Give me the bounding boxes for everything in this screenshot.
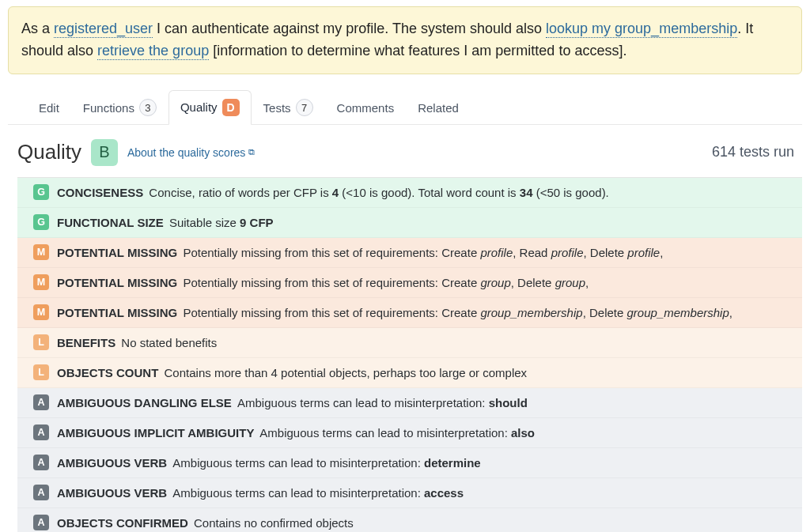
about-link-text: About the quality scores: [127, 146, 245, 159]
tab-quality-grade-badge: D: [222, 99, 240, 116]
tab-edit[interactable]: Edit: [27, 90, 71, 125]
finding-text-segment: 34: [520, 186, 533, 199]
finding-category: AMBIGUOUS IMPLICIT AMBIGUITY: [57, 426, 257, 440]
finding-severity-badge: A: [33, 515, 49, 530]
finding-text-segment: also: [511, 426, 535, 440]
finding-text-segment: , Delete: [583, 246, 627, 259]
story-entity-retrieve-group[interactable]: retrieve the group: [97, 43, 209, 60]
user-story-box: As a registered_user I can authenticate …: [8, 6, 802, 74]
quality-finding-row[interactable]: MPOTENTIAL MISSING Potentially missing f…: [17, 268, 802, 298]
finding-text-segment: Ambiguous terms can lead to misinterpret…: [259, 426, 511, 440]
finding-severity-badge: M: [33, 274, 49, 290]
finding-severity-badge: G: [33, 184, 49, 200]
finding-text-segment: Potentially missing from this set of req…: [183, 276, 480, 289]
tab-functions[interactable]: Functions 3: [71, 90, 168, 125]
finding-text-segment: profile: [551, 246, 584, 259]
finding-text-segment: determine: [424, 456, 481, 470]
quality-finding-row[interactable]: AAMBIGUOUS IMPLICIT AMBIGUITY Ambiguous …: [17, 418, 802, 448]
tab-label: Functions: [83, 101, 134, 115]
finding-text: AMBIGUOUS IMPLICIT AMBIGUITY Ambiguous t…: [57, 424, 794, 441]
finding-category: AMBIGUOUS DANGLING ELSE: [57, 396, 235, 409]
finding-text-segment: profile: [480, 246, 513, 259]
finding-text-segment: , Delete: [583, 306, 627, 319]
finding-text-segment: ,: [729, 306, 732, 319]
finding-text: OBJECTS CONFIRMED Contains no confirmed …: [57, 515, 794, 531]
about-quality-scores-link[interactable]: About the quality scores ⧉: [127, 146, 255, 159]
finding-text-segment: ,: [660, 246, 663, 259]
quality-finding-row[interactable]: LBENEFITS No stated benefits: [17, 328, 802, 358]
finding-severity-badge: A: [33, 424, 49, 440]
story-text: I can authenticate against my profile. T…: [153, 21, 546, 36]
finding-text-segment: ,: [585, 276, 589, 289]
quality-finding-row[interactable]: LOBJECTS COUNT Contains more than 4 pote…: [17, 358, 802, 388]
finding-severity-badge: L: [33, 364, 49, 380]
tab-label: Edit: [39, 101, 59, 115]
finding-text: CONCISENESS Concise, ratio of words per …: [57, 184, 794, 201]
tab-label: Quality: [180, 100, 218, 114]
finding-text-segment: Potentially missing from this set of req…: [183, 246, 480, 259]
finding-text-segment: (<10 is good). Total word count is: [339, 186, 520, 199]
quality-overall-grade: B: [91, 139, 118, 166]
finding-text: FUNCTIONAL SIZE Suitable size 9 CFP: [57, 214, 794, 231]
quality-section-header: Quality B About the quality scores ⧉ 614…: [17, 139, 802, 166]
external-link-icon: ⧉: [248, 147, 255, 157]
finding-text: BENEFITS No stated benefits: [57, 334, 794, 351]
finding-text-segment: Potentially missing from this set of req…: [183, 306, 480, 319]
story-text: As a: [21, 21, 54, 36]
quality-finding-row[interactable]: MPOTENTIAL MISSING Potentially missing f…: [17, 298, 802, 328]
tab-quality[interactable]: Quality D: [168, 90, 252, 125]
finding-text: AMBIGUOUS VERB Ambiguous terms can lead …: [57, 485, 794, 501]
finding-text-segment: 9 CFP: [240, 216, 274, 229]
finding-text-segment: Contains more than 4 potential objects, …: [165, 366, 528, 379]
finding-text-segment: No stated benefits: [121, 336, 217, 349]
tab-label: Related: [418, 101, 459, 115]
quality-finding-row[interactable]: AAMBIGUOUS DANGLING ELSE Ambiguous terms…: [17, 388, 802, 418]
tests-run-count: 614 tests run: [712, 144, 794, 160]
finding-text-segment: access: [424, 486, 464, 500]
finding-text-segment: Ambiguous terms can lead to misinterpret…: [172, 456, 424, 470]
finding-text-segment: Suitable size: [169, 216, 240, 229]
finding-text: AMBIGUOUS DANGLING ELSE Ambiguous terms …: [57, 394, 794, 411]
finding-text: AMBIGUOUS VERB Ambiguous terms can lead …: [57, 455, 794, 471]
finding-text-segment: group: [480, 276, 510, 289]
tab-functions-count: 3: [139, 99, 157, 116]
finding-severity-badge: G: [33, 214, 49, 230]
tab-tests-count: 7: [296, 99, 313, 116]
tab-bar: Edit Functions 3 Quality D Tests 7 Comme…: [8, 90, 802, 125]
quality-finding-row[interactable]: GCONCISENESS Concise, ratio of words per…: [17, 178, 802, 208]
finding-severity-badge: M: [33, 244, 49, 260]
tab-related[interactable]: Related: [406, 90, 471, 125]
story-entity-registered-user[interactable]: registered_user: [54, 21, 153, 38]
finding-text-segment: Concise, ratio of words per CFP is: [149, 186, 331, 199]
quality-finding-row[interactable]: AOBJECTS CONFIRMED Contains no confirmed…: [17, 508, 802, 532]
finding-category: POTENTIAL MISSING: [57, 246, 180, 259]
story-entity-lookup-group-membership[interactable]: lookup my group_membership: [546, 21, 737, 38]
finding-category: AMBIGUOUS VERB: [57, 486, 170, 500]
finding-text-segment: should: [489, 396, 528, 409]
quality-finding-row[interactable]: AAMBIGUOUS VERB Ambiguous terms can lead…: [17, 478, 802, 508]
finding-text-segment: (<50 is good).: [532, 186, 608, 199]
finding-text-segment: profile: [627, 246, 660, 259]
quality-finding-row[interactable]: GFUNCTIONAL SIZE Suitable size 9 CFP: [17, 208, 802, 238]
section-title: Quality: [17, 140, 81, 164]
finding-text-segment: group_membership: [627, 306, 729, 319]
story-text: [information to determine what features …: [209, 43, 626, 58]
finding-text: POTENTIAL MISSING Potentially missing fr…: [57, 244, 794, 261]
quality-finding-row[interactable]: AAMBIGUOUS VERB Ambiguous terms can lead…: [17, 448, 802, 478]
finding-text: POTENTIAL MISSING Potentially missing fr…: [57, 304, 794, 321]
finding-severity-badge: A: [33, 394, 49, 410]
tab-label: Comments: [337, 101, 395, 115]
finding-text-segment: 4: [332, 186, 339, 199]
finding-text-segment: group_membership: [480, 306, 582, 319]
quality-finding-row[interactable]: MPOTENTIAL MISSING Potentially missing f…: [17, 238, 802, 268]
tab-comments[interactable]: Comments: [325, 90, 407, 125]
finding-text-segment: group: [555, 276, 585, 289]
finding-category: AMBIGUOUS VERB: [57, 456, 170, 470]
finding-category: OBJECTS COUNT: [57, 366, 162, 379]
finding-category: FUNCTIONAL SIZE: [57, 216, 167, 229]
finding-text-segment: Contains no confirmed objects: [194, 516, 354, 530]
tab-tests[interactable]: Tests 7: [252, 90, 325, 125]
finding-text: POTENTIAL MISSING Potentially missing fr…: [57, 274, 794, 291]
finding-text-segment: Ambiguous terms can lead to misinterpret…: [172, 486, 424, 500]
finding-severity-badge: M: [33, 304, 49, 320]
